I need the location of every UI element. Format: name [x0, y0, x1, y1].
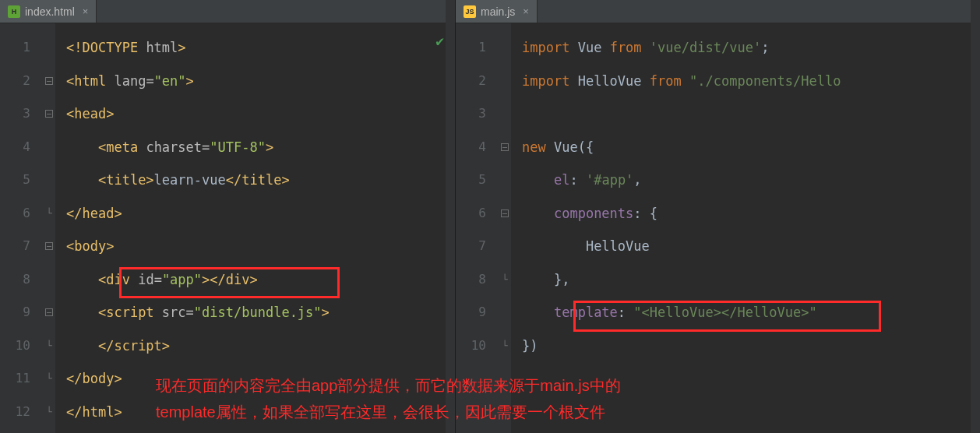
code-line[interactable]: el: '#app', [511, 164, 980, 197]
code-line[interactable]: </script> [55, 329, 455, 363]
line-number: 6 [0, 197, 43, 231]
fold-marker [43, 263, 55, 297]
code-line[interactable]: <meta charset="UTF-8"> [55, 131, 455, 164]
line-number: 7 [456, 230, 499, 263]
code-line[interactable]: <body> [55, 230, 455, 263]
line-number-gutter: 12345678910 [456, 23, 499, 433]
js-file-icon: JS [464, 5, 476, 18]
line-number: 12 [0, 396, 43, 429]
editor-left[interactable]: 123456789101112 └└└└ ✔ <!DOCTYPE html><h… [0, 23, 455, 433]
line-number: 5 [0, 164, 43, 197]
scrollbar[interactable] [446, 23, 455, 433]
tab-label: index.html [25, 5, 75, 18]
split-view: H index.html × 123456789101112 └└└└ ✔ <!… [0, 0, 980, 433]
fold-marker [499, 65, 511, 98]
code-line[interactable] [511, 97, 980, 131]
tab-index-html[interactable]: H index.html × [0, 0, 97, 23]
line-number: 1 [456, 31, 499, 65]
line-number: 4 [456, 131, 499, 164]
line-number: 6 [456, 197, 499, 231]
line-number: 1 [0, 31, 43, 65]
fold-marker[interactable]: └ [43, 197, 55, 231]
line-number: 3 [0, 97, 43, 131]
code-area-right[interactable]: import Vue from 'vue/dist/vue';import He… [511, 23, 980, 433]
code-line[interactable]: import HelloVue from "./components/Hello [511, 65, 980, 98]
fold-marker[interactable] [499, 131, 511, 164]
tab-main-js[interactable]: JS main.js × [456, 0, 538, 23]
fold-marker [43, 164, 55, 197]
fold-marker [43, 31, 55, 65]
fold-marker [499, 31, 511, 65]
editor-right[interactable]: 12345678910 └└ import Vue from 'vue/dist… [456, 23, 980, 433]
code-line[interactable]: }, [511, 263, 980, 297]
fold-marker [499, 230, 511, 263]
code-line[interactable]: components: { [511, 197, 980, 231]
fold-marker[interactable]: └ [499, 263, 511, 297]
line-number: 9 [0, 296, 43, 329]
line-number: 2 [0, 65, 43, 98]
fold-marker [499, 296, 511, 329]
tab-bar-left: H index.html × [0, 0, 455, 23]
tab-label: main.js [481, 5, 515, 18]
code-line[interactable]: template: "<HelloVue></HelloVue>" [511, 296, 980, 329]
fold-column: └└ [499, 23, 511, 433]
scrollbar[interactable] [971, 23, 980, 433]
line-number: 9 [456, 296, 499, 329]
line-number-gutter: 123456789101112 [0, 23, 43, 433]
code-line[interactable]: <head> [55, 97, 455, 131]
code-line[interactable]: </body> [55, 362, 455, 396]
line-number: 4 [0, 131, 43, 164]
checkmark-icon: ✔ [435, 33, 444, 49]
fold-marker [499, 164, 511, 197]
line-number: 11 [0, 362, 43, 396]
line-number: 10 [0, 329, 43, 363]
fold-marker[interactable]: └ [43, 329, 55, 363]
fold-marker[interactable] [499, 197, 511, 231]
fold-marker [43, 131, 55, 164]
line-number: 7 [0, 230, 43, 263]
left-pane: H index.html × 123456789101112 └└└└ ✔ <!… [0, 0, 456, 433]
code-line[interactable]: </html> [55, 396, 455, 429]
fold-marker[interactable]: └ [499, 329, 511, 363]
code-line[interactable]: HelloVue [511, 230, 980, 263]
fold-marker[interactable] [43, 296, 55, 329]
close-icon[interactable]: × [83, 5, 89, 17]
fold-column: └└└└ [43, 23, 55, 433]
code-line[interactable]: <html lang="en"> [55, 65, 455, 98]
fold-marker[interactable]: └ [43, 396, 55, 429]
code-line[interactable]: <!DOCTYPE html> [55, 31, 455, 65]
line-number: 3 [456, 97, 499, 131]
fold-marker[interactable] [43, 65, 55, 98]
line-number: 8 [0, 263, 43, 297]
code-line[interactable]: import Vue from 'vue/dist/vue'; [511, 31, 980, 65]
fold-marker[interactable] [43, 97, 55, 131]
code-area-left[interactable]: ✔ <!DOCTYPE html><html lang="en"><head> … [55, 23, 455, 433]
code-line[interactable]: <title>learn-vue</title> [55, 164, 455, 197]
fold-marker[interactable] [43, 230, 55, 263]
fold-marker [499, 97, 511, 131]
code-line[interactable]: </head> [55, 197, 455, 231]
line-number: 2 [456, 65, 499, 98]
code-line[interactable]: <div id="app"></div> [55, 263, 455, 297]
code-line[interactable]: <script src="dist/bundle.js"> [55, 296, 455, 329]
right-pane: JS main.js × 12345678910 └└ import Vue f… [456, 0, 980, 433]
html-file-icon: H [8, 5, 20, 18]
code-line[interactable]: new Vue({ [511, 131, 980, 164]
close-icon[interactable]: × [523, 5, 529, 17]
line-number: 10 [456, 329, 499, 363]
code-line[interactable]: }) [511, 329, 980, 363]
line-number: 8 [456, 263, 499, 297]
fold-marker[interactable]: └ [43, 362, 55, 396]
tab-bar-right: JS main.js × [456, 0, 980, 23]
line-number: 5 [456, 164, 499, 197]
